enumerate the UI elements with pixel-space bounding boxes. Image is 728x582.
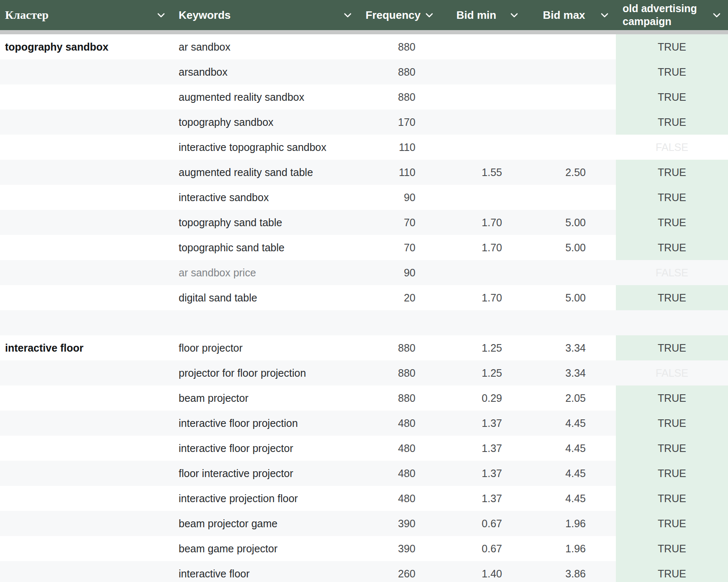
keyword-cell[interactable]: beam projector game [172, 511, 359, 536]
chevron-down-icon[interactable] [343, 10, 352, 20]
campaign-cell[interactable]: TRUE [616, 335, 728, 360]
keyword-cell[interactable]: augmented reality sand table [172, 160, 359, 185]
cluster-cell[interactable] [0, 536, 172, 561]
cluster-cell[interactable] [0, 385, 172, 411]
keyword-cell[interactable]: interactive sandbox [172, 185, 359, 210]
campaign-cell[interactable]: FALSE [616, 260, 728, 285]
frequency-cell[interactable]: 90 [359, 185, 441, 210]
bid-max-cell[interactable]: 4.45 [525, 486, 616, 511]
campaign-cell[interactable]: TRUE [616, 59, 728, 84]
bid-min-cell[interactable]: 1.25 [441, 335, 525, 360]
bid-min-cell[interactable] [441, 185, 525, 210]
keyword-cell[interactable]: ar sandbox price [172, 260, 359, 285]
chevron-down-icon[interactable] [425, 10, 434, 20]
keyword-cell[interactable]: arsandbox [172, 59, 359, 84]
keyword-cell[interactable]: digital sand table [172, 285, 359, 310]
campaign-cell[interactable]: TRUE [616, 235, 728, 260]
frequency-cell[interactable]: 880 [359, 84, 441, 110]
frequency-cell[interactable]: 880 [359, 34, 441, 59]
cluster-cell[interactable] [0, 210, 172, 235]
column-header-bid-max[interactable]: Bid max [525, 0, 616, 30]
frequency-cell[interactable]: 110 [359, 135, 441, 160]
keyword-cell[interactable]: beam game projector [172, 536, 359, 561]
cluster-cell[interactable] [0, 436, 172, 461]
bid-min-cell[interactable]: 1.37 [441, 436, 525, 461]
campaign-cell[interactable]: TRUE [616, 486, 728, 511]
cluster-cell[interactable]: topography sandbox [0, 34, 172, 59]
bid-max-cell[interactable]: 1.96 [525, 511, 616, 536]
frequency-cell[interactable]: 880 [359, 335, 441, 360]
bid-max-cell[interactable] [525, 59, 616, 84]
column-header-frequency[interactable]: Frequency [359, 0, 441, 30]
cluster-cell[interactable] [0, 160, 172, 185]
campaign-cell[interactable]: FALSE [616, 135, 728, 160]
campaign-cell[interactable]: TRUE [616, 536, 728, 561]
bid-min-cell[interactable]: 0.67 [441, 511, 525, 536]
bid-min-cell[interactable] [441, 310, 525, 335]
bid-max-cell[interactable]: 3.34 [525, 335, 616, 360]
bid-max-cell[interactable]: 2.50 [525, 160, 616, 185]
keyword-cell[interactable]: beam projector [172, 385, 359, 411]
cluster-cell[interactable] [0, 135, 172, 160]
bid-max-cell[interactable]: 3.86 [525, 561, 616, 582]
chevron-down-icon[interactable] [156, 10, 166, 20]
bid-min-cell[interactable] [441, 110, 525, 135]
bid-min-cell[interactable]: 1.37 [441, 461, 525, 486]
frequency-cell[interactable]: 480 [359, 461, 441, 486]
keyword-cell[interactable]: projector for floor projection [172, 360, 359, 385]
keyword-cell[interactable]: topography sandbox [172, 110, 359, 135]
campaign-cell[interactable]: TRUE [616, 110, 728, 135]
cluster-cell[interactable] [0, 235, 172, 260]
frequency-cell[interactable]: 480 [359, 486, 441, 511]
bid-max-cell[interactable]: 4.45 [525, 436, 616, 461]
bid-max-cell[interactable]: 4.45 [525, 411, 616, 436]
column-header-keywords[interactable]: Keywords [172, 0, 359, 30]
keyword-cell[interactable]: interactive topographic sandbox [172, 135, 359, 160]
bid-min-cell[interactable]: 0.29 [441, 385, 525, 411]
bid-min-cell[interactable]: 1.70 [441, 285, 525, 310]
frequency-cell[interactable]: 880 [359, 385, 441, 411]
bid-min-cell[interactable]: 1.70 [441, 235, 525, 260]
bid-min-cell[interactable]: 1.40 [441, 561, 525, 582]
campaign-cell[interactable]: TRUE [616, 285, 728, 310]
bid-min-cell[interactable] [441, 34, 525, 59]
bid-max-cell[interactable]: 5.00 [525, 210, 616, 235]
cluster-cell[interactable] [0, 285, 172, 310]
bid-min-cell[interactable]: 1.25 [441, 360, 525, 385]
keyword-cell[interactable]: interactive projection floor [172, 486, 359, 511]
frequency-cell[interactable]: 110 [359, 160, 441, 185]
frequency-cell[interactable] [359, 310, 441, 335]
cluster-cell[interactable]: interactive floor [0, 335, 172, 360]
cluster-cell[interactable] [0, 185, 172, 210]
keyword-cell[interactable]: interactive floor [172, 561, 359, 582]
keyword-cell[interactable]: augmented reality sandbox [172, 84, 359, 110]
keyword-cell[interactable]: topographic sand table [172, 235, 359, 260]
bid-min-cell[interactable] [441, 59, 525, 84]
campaign-cell[interactable]: TRUE [616, 385, 728, 411]
bid-min-cell[interactable]: 1.37 [441, 486, 525, 511]
bid-max-cell[interactable]: 3.34 [525, 360, 616, 385]
cluster-cell[interactable] [0, 360, 172, 385]
cluster-cell[interactable] [0, 310, 172, 335]
cluster-cell[interactable] [0, 461, 172, 486]
bid-max-cell[interactable] [525, 84, 616, 110]
bid-max-cell[interactable] [525, 185, 616, 210]
frequency-cell[interactable]: 260 [359, 561, 441, 582]
keyword-cell[interactable]: topography sand table [172, 210, 359, 235]
campaign-cell[interactable]: TRUE [616, 436, 728, 461]
column-header-bid-min[interactable]: Bid min [441, 0, 525, 30]
keyword-cell[interactable]: interactive floor projector [172, 436, 359, 461]
campaign-cell[interactable]: TRUE [616, 511, 728, 536]
campaign-cell[interactable] [616, 310, 728, 335]
frequency-cell[interactable]: 480 [359, 411, 441, 436]
frequency-cell[interactable]: 70 [359, 210, 441, 235]
bid-min-cell[interactable]: 1.70 [441, 210, 525, 235]
cluster-cell[interactable] [0, 110, 172, 135]
bid-max-cell[interactable]: 5.00 [525, 285, 616, 310]
frequency-cell[interactable]: 170 [359, 110, 441, 135]
cluster-cell[interactable] [0, 511, 172, 536]
bid-max-cell[interactable] [525, 110, 616, 135]
campaign-cell[interactable]: TRUE [616, 160, 728, 185]
campaign-cell[interactable]: TRUE [616, 411, 728, 436]
bid-max-cell[interactable] [525, 135, 616, 160]
